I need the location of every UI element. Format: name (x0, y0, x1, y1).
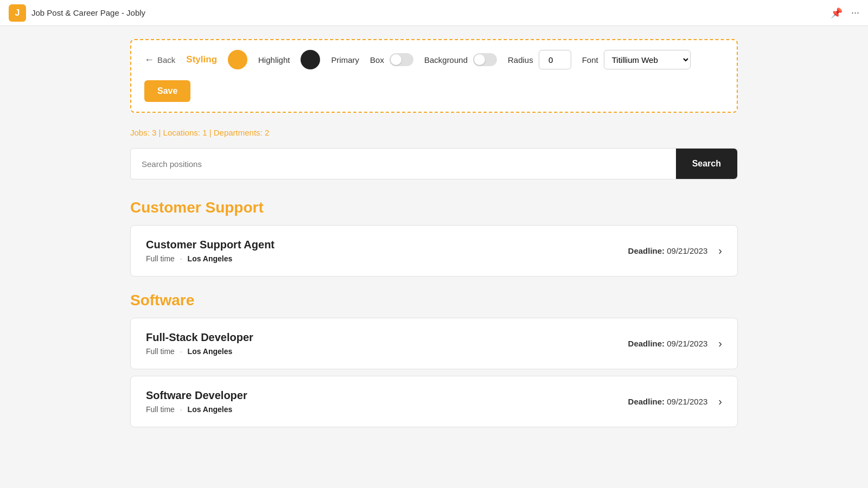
department-section: SoftwareFull-Stack DeveloperFull time · … (130, 292, 738, 427)
back-arrow-icon: ← (144, 54, 154, 66)
job-deadline: Deadline: 09/21/2023 (628, 339, 708, 348)
app-logo: J (9, 4, 26, 22)
radius-group: Radius (508, 50, 571, 69)
job-deadline: Deadline: 09/21/2023 (628, 246, 708, 255)
background-toggle-group: Background (424, 53, 497, 66)
box-toggle-group: Box (370, 53, 413, 66)
box-label: Box (370, 55, 384, 65)
radius-input[interactable] (539, 50, 571, 69)
search-button[interactable]: Search (676, 149, 737, 179)
job-detail-arrow-icon: › (718, 337, 722, 350)
departments-container: Customer SupportCustomer Support AgentFu… (130, 199, 738, 427)
job-deadline: Deadline: 09/21/2023 (628, 397, 708, 406)
more-options-icon[interactable]: ··· (851, 7, 859, 18)
background-label: Background (424, 55, 468, 65)
department-heading: Customer Support (130, 199, 738, 216)
highlight-label: Highlight (258, 55, 290, 65)
styling-toolbar: ← Back Styling Highlight Primary Box Bac… (130, 39, 738, 113)
search-input[interactable] (131, 151, 676, 177)
stats-line: Jobs: 3 | Locations: 1 | Departments: 2 (130, 128, 738, 137)
topbar-actions: 📌 ··· (831, 7, 859, 19)
job-meta: Full time · Los Angeles (146, 254, 628, 263)
radius-label: Radius (508, 55, 533, 65)
styling-label: Styling (186, 54, 217, 65)
font-group: Font Titillium Web Arial Roboto Open San… (582, 50, 691, 69)
job-card[interactable]: Customer Support AgentFull time · Los An… (130, 225, 738, 277)
department-section: Customer SupportCustomer Support AgentFu… (130, 199, 738, 277)
box-toggle[interactable] (390, 53, 413, 66)
job-title: Customer Support Agent (146, 239, 628, 251)
job-info: Software DeveloperFull time · Los Angele… (146, 389, 628, 414)
job-detail-arrow-icon: › (718, 245, 722, 257)
font-select[interactable]: Titillium Web Arial Roboto Open Sans Lat… (604, 50, 691, 69)
job-card[interactable]: Software DeveloperFull time · Los Angele… (130, 376, 738, 427)
primary-color-swatch[interactable] (301, 50, 320, 69)
font-label: Font (582, 55, 598, 65)
job-meta: Full time · Los Angeles (146, 405, 628, 414)
primary-label: Primary (331, 55, 359, 65)
background-toggle[interactable] (473, 53, 497, 66)
job-title: Full-Stack Developer (146, 331, 628, 344)
save-button[interactable]: Save (144, 80, 190, 102)
search-bar: Search (130, 148, 738, 179)
back-label: Back (157, 55, 175, 65)
job-meta: Full time · Los Angeles (146, 347, 628, 356)
pin-icon[interactable]: 📌 (831, 7, 843, 19)
main-content: ← Back Styling Highlight Primary Box Bac… (108, 26, 760, 455)
job-info: Full-Stack DeveloperFull time · Los Ange… (146, 331, 628, 356)
back-button[interactable]: ← Back (144, 54, 175, 66)
app-title: Job Post & Career Page - Jobly (31, 8, 145, 17)
job-info: Customer Support AgentFull time · Los An… (146, 239, 628, 263)
topbar: J Job Post & Career Page - Jobly 📌 ··· (0, 0, 868, 26)
department-heading: Software (130, 292, 738, 309)
job-detail-arrow-icon: › (718, 395, 722, 408)
job-title: Software Developer (146, 389, 628, 402)
job-card[interactable]: Full-Stack DeveloperFull time · Los Ange… (130, 318, 738, 369)
highlight-color-swatch[interactable] (228, 50, 247, 69)
